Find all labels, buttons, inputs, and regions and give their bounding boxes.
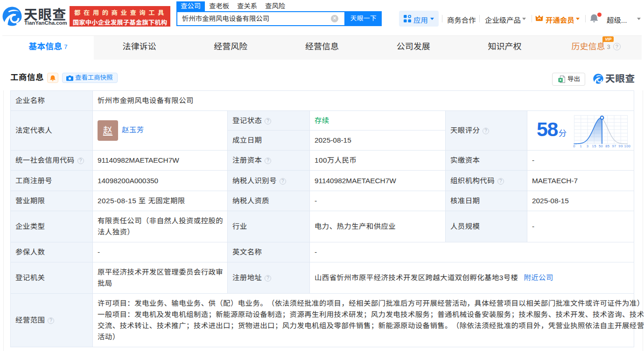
svg-text:100: 100 (624, 144, 630, 148)
svg-text:1: 1 (580, 144, 582, 148)
svg-text:50: 50 (599, 144, 603, 148)
svg-text:15: 15 (592, 144, 596, 148)
svg-text:97: 97 (612, 144, 616, 148)
svg-text:85: 85 (605, 144, 609, 148)
svg-text:99: 99 (619, 144, 623, 148)
svg-text:3: 3 (587, 144, 589, 148)
svg-text:0: 0 (573, 144, 575, 148)
